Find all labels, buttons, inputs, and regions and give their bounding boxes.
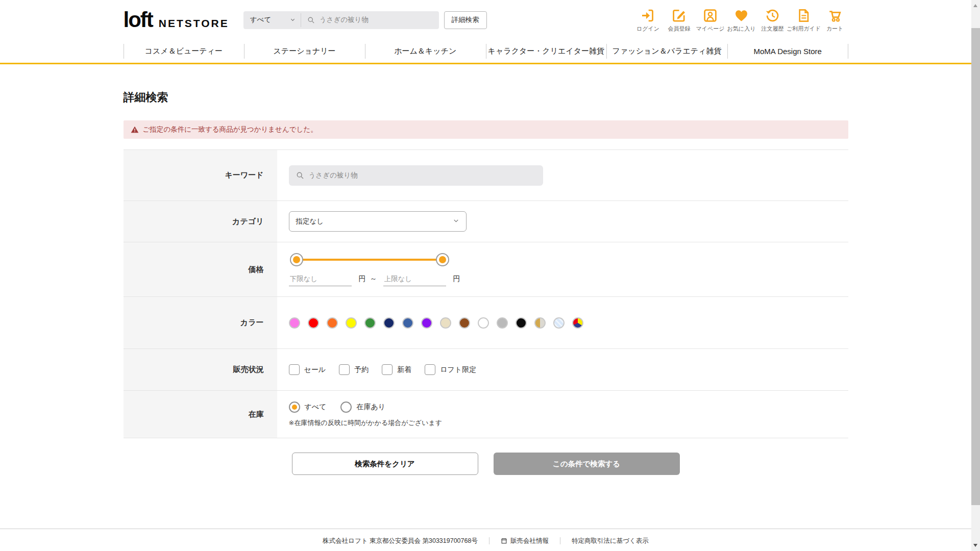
form-row-status: 販売状況 セール予約新着ロフト限定 (124, 349, 848, 391)
price-min-input[interactable] (289, 275, 352, 286)
store-icon (501, 538, 507, 544)
price-label: 価格 (124, 242, 277, 296)
stock-options: すべて在庫あり (289, 402, 400, 413)
status-option-new[interactable]: 新着 (382, 364, 411, 375)
color-swatch-orange[interactable] (327, 317, 338, 329)
color-swatch-clear[interactable] (553, 317, 565, 329)
nav-item-character[interactable]: キャラクター・クリエイター雑貨 (486, 40, 607, 63)
checkbox-label: セール (304, 365, 326, 374)
color-swatch-red[interactable] (308, 317, 319, 329)
scrollbar-down-arrow[interactable] (973, 544, 977, 547)
stock-option-all[interactable]: すべて (289, 402, 327, 413)
footer-link-tokutei[interactable]: 特定商取引法に基づく表示 (572, 537, 649, 545)
checkbox-label: 新着 (397, 365, 411, 374)
category-select[interactable]: 指定なし (289, 211, 467, 232)
vertical-scrollbar (971, 0, 980, 551)
radio-label: すべて (305, 403, 327, 412)
screen: loft NETSTORE すべて (0, 0, 980, 551)
price-inputs: 円 ～ 円 (289, 274, 460, 286)
color-swatch-white[interactable] (478, 317, 489, 329)
color-swatch-gray[interactable] (497, 317, 508, 329)
footer-divider (489, 537, 489, 544)
chevron-down-icon (290, 16, 296, 24)
price-slider-handle-min[interactable] (290, 253, 303, 266)
page-title: 詳細検索 (124, 90, 848, 105)
stock-option-in-stock[interactable]: 在庫あり (340, 402, 385, 413)
footer-link-label: 特定商取引法に基づく表示 (572, 537, 649, 545)
form-row-category: カテゴリ 指定なし (124, 201, 848, 242)
color-swatch-beige[interactable] (440, 317, 451, 329)
nav-item-home-kitchen[interactable]: ホーム＆キッチン (365, 40, 486, 63)
color-swatch-purple[interactable] (421, 317, 432, 329)
footer-divider (560, 537, 560, 544)
color-swatch-pink[interactable] (289, 317, 300, 329)
quicklink-guide[interactable]: ご利用ガイド (791, 8, 817, 33)
quicklink-history[interactable]: 注文履歴 (760, 8, 786, 33)
header-searchbar: すべて 詳細検索 (243, 11, 487, 29)
quicklink-mypage[interactable]: マイページ (697, 8, 724, 33)
radio-icon (289, 402, 300, 413)
status-option-reserve[interactable]: 予約 (339, 364, 369, 375)
price-range-separator: ～ (370, 274, 377, 284)
search-pill: すべて (243, 11, 439, 29)
status-option-sale[interactable]: セール (289, 364, 326, 375)
category-select-value: 指定なし (296, 217, 324, 226)
color-swatch-green[interactable] (364, 317, 376, 329)
stock-label: 在庫 (124, 391, 277, 438)
color-swatch-multi[interactable] (572, 317, 583, 329)
scrollbar-thumb[interactable] (971, 28, 980, 505)
submit-search-button[interactable]: この条件で検索する (494, 453, 680, 475)
form-row-price: 価格 円 ～ 円 (124, 242, 848, 297)
nav-item-fashion[interactable]: ファッション＆バラエティ雑貨 (606, 40, 727, 63)
quicklink-label: カート (826, 25, 844, 33)
quicklink-register[interactable]: 会員登録 (666, 8, 693, 33)
quicklink-favorites[interactable]: お気に入り (728, 8, 755, 33)
scrollbar-up-arrow[interactable] (973, 4, 977, 7)
checkbox-label: ロフト限定 (440, 365, 476, 374)
status-options: セール予約新着ロフト限定 (277, 349, 848, 390)
keyword-label: キーワード (124, 150, 277, 201)
footer-link-seller-info[interactable]: 販売会社情報 (501, 537, 549, 545)
login-icon (641, 8, 655, 24)
advanced-search-button[interactable]: 詳細検索 (444, 11, 487, 29)
quicklink-cart[interactable]: カート (822, 8, 848, 33)
nav-item-stationery[interactable]: ステーショナリー (244, 40, 365, 63)
error-banner: ご指定の条件に一致する商品が見つかりませんでした。 (124, 120, 848, 139)
keyword-input-wrapper (289, 165, 543, 186)
search-field (301, 11, 439, 29)
quicklink-login[interactable]: ログイン (635, 8, 662, 33)
nav-item-moma[interactable]: MoMA Design Store (727, 40, 848, 63)
color-swatch-black[interactable] (516, 317, 527, 329)
color-swatch-brown[interactable] (459, 317, 470, 329)
header-search-input[interactable] (320, 16, 433, 24)
nav-item-cosme[interactable]: コスメ＆ビューティー (124, 40, 244, 63)
form-row-color: カラー (124, 297, 848, 349)
register-icon (672, 8, 687, 24)
logo-netstore-text: NETSTORE (159, 17, 229, 30)
search-category-select[interactable]: すべて (243, 11, 301, 29)
category-label: カテゴリ (124, 201, 277, 242)
chevron-down-icon (453, 217, 459, 226)
price-unit-min: 円 (359, 274, 366, 286)
radio-label: 在庫あり (356, 403, 385, 412)
quicklink-label: 会員登録 (668, 25, 691, 33)
color-swatch-gold-silver[interactable] (534, 317, 546, 329)
warning-icon (131, 126, 143, 134)
clear-search-button[interactable]: 検索条件をクリア (292, 453, 478, 475)
color-swatch-navy[interactable] (383, 317, 395, 329)
status-option-loft-limited[interactable]: ロフト限定 (425, 364, 476, 375)
radio-icon (340, 402, 352, 413)
main-nav: コスメ＆ビューティー ステーショナリー ホーム＆キッチン キャラクター・クリエイ… (0, 40, 971, 64)
store-logo[interactable]: loft NETSTORE (124, 9, 229, 31)
color-swatch-yellow[interactable] (346, 317, 357, 329)
keyword-input[interactable] (309, 171, 536, 179)
cart-icon (827, 8, 842, 24)
error-message: ご指定の条件に一致する商品が見つかりませんでした。 (143, 125, 317, 134)
quicklink-label: ご利用ガイド (787, 25, 821, 33)
price-slider (290, 253, 449, 266)
color-swatch-blue[interactable] (402, 317, 413, 329)
price-max-input[interactable] (383, 275, 446, 286)
quicklink-label: 注文履歴 (762, 25, 784, 33)
price-unit-max: 円 (453, 274, 460, 286)
price-slider-handle-max[interactable] (436, 253, 449, 266)
